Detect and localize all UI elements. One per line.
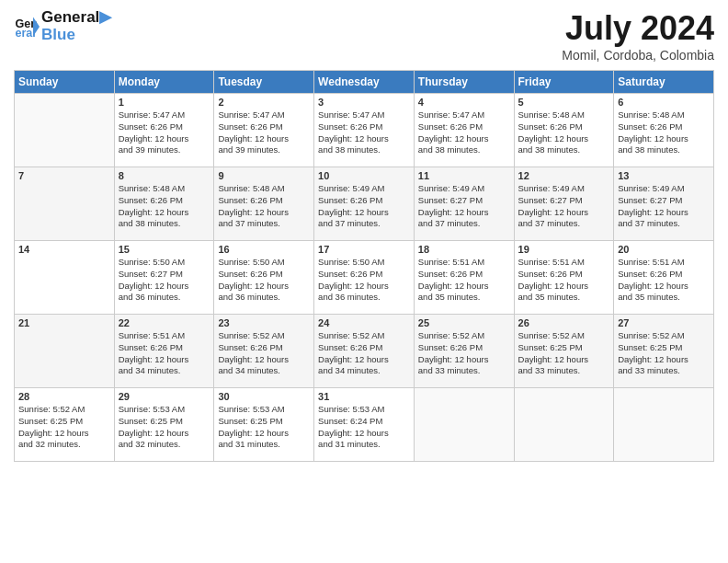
calendar-week-4: 2122Sunrise: 5:51 AM Sunset: 6:26 PM Day…: [15, 315, 714, 388]
day-number: 8: [119, 170, 210, 181]
calendar-cell: 22Sunrise: 5:51 AM Sunset: 6:26 PM Dayli…: [114, 315, 214, 388]
calendar-cell: 21: [15, 315, 115, 388]
day-info: Sunrise: 5:47 AM Sunset: 6:26 PM Dayligh…: [418, 109, 510, 156]
day-header-monday: Monday: [114, 71, 214, 94]
calendar-cell: 6Sunrise: 5:48 AM Sunset: 6:26 PM Daylig…: [614, 94, 714, 167]
day-number: 16: [218, 244, 310, 255]
day-number: 23: [218, 317, 310, 328]
calendar-week-3: 1415Sunrise: 5:50 AM Sunset: 6:27 PM Day…: [15, 241, 714, 315]
day-info: Sunrise: 5:50 AM Sunset: 6:27 PM Dayligh…: [119, 257, 210, 304]
day-info: Sunrise: 5:51 AM Sunset: 6:26 PM Dayligh…: [418, 257, 510, 304]
calendar-cell: 24Sunrise: 5:52 AM Sunset: 6:26 PM Dayli…: [314, 315, 415, 388]
day-number: 24: [318, 317, 410, 328]
calendar-week-2: 78Sunrise: 5:48 AM Sunset: 6:26 PM Dayli…: [15, 167, 714, 241]
logo-text: General▶ Blue: [41, 9, 111, 43]
day-header-sunday: Sunday: [15, 71, 115, 94]
calendar-cell: 30Sunrise: 5:53 AM Sunset: 6:25 PM Dayli…: [214, 388, 314, 462]
day-info: Sunrise: 5:52 AM Sunset: 6:25 PM Dayligh…: [18, 404, 110, 451]
page-container: Gen eral General▶ Blue July 2024 Momil, …: [0, 0, 728, 471]
calendar-cell: 3Sunrise: 5:47 AM Sunset: 6:26 PM Daylig…: [314, 94, 415, 167]
day-info: Sunrise: 5:50 AM Sunset: 6:26 PM Dayligh…: [318, 257, 410, 304]
calendar-cell: 25Sunrise: 5:52 AM Sunset: 6:26 PM Dayli…: [414, 315, 514, 388]
calendar-cell: 4Sunrise: 5:47 AM Sunset: 6:26 PM Daylig…: [414, 94, 514, 167]
calendar-cell: 1Sunrise: 5:47 AM Sunset: 6:26 PM Daylig…: [114, 94, 214, 167]
day-info: Sunrise: 5:51 AM Sunset: 6:26 PM Dayligh…: [119, 330, 210, 377]
month-title: July 2024: [562, 9, 714, 48]
day-info: Sunrise: 5:47 AM Sunset: 6:26 PM Dayligh…: [218, 109, 310, 156]
calendar-cell: 5Sunrise: 5:48 AM Sunset: 6:26 PM Daylig…: [514, 94, 614, 167]
day-number: 3: [318, 97, 410, 108]
day-info: Sunrise: 5:53 AM Sunset: 6:25 PM Dayligh…: [218, 404, 310, 451]
day-info: Sunrise: 5:52 AM Sunset: 6:25 PM Dayligh…: [618, 330, 710, 377]
day-number: 26: [518, 317, 610, 328]
day-number: 13: [618, 170, 710, 181]
calendar-cell: 31Sunrise: 5:53 AM Sunset: 6:24 PM Dayli…: [314, 388, 415, 462]
calendar-cell: 28Sunrise: 5:52 AM Sunset: 6:25 PM Dayli…: [15, 388, 115, 462]
day-number: 25: [418, 317, 510, 328]
calendar-cell: 18Sunrise: 5:51 AM Sunset: 6:26 PM Dayli…: [414, 241, 514, 315]
day-number: 15: [119, 244, 210, 255]
day-number: 10: [318, 170, 410, 181]
calendar-week-5: 28Sunrise: 5:52 AM Sunset: 6:25 PM Dayli…: [15, 388, 714, 462]
calendar-cell: 13Sunrise: 5:49 AM Sunset: 6:27 PM Dayli…: [614, 167, 714, 241]
day-number: 4: [418, 97, 510, 108]
calendar-cell: 7: [15, 167, 115, 241]
day-info: Sunrise: 5:48 AM Sunset: 6:26 PM Dayligh…: [119, 183, 210, 230]
day-info: Sunrise: 5:49 AM Sunset: 6:27 PM Dayligh…: [618, 183, 710, 230]
day-header-friday: Friday: [514, 71, 614, 94]
day-number: 20: [618, 244, 710, 255]
calendar-cell: 11Sunrise: 5:49 AM Sunset: 6:27 PM Dayli…: [414, 167, 514, 241]
day-number: 6: [618, 97, 710, 108]
calendar-cell: 14: [15, 241, 115, 315]
calendar-cell: 10Sunrise: 5:49 AM Sunset: 6:26 PM Dayli…: [314, 167, 415, 241]
calendar-cell: 16Sunrise: 5:50 AM Sunset: 6:26 PM Dayli…: [214, 241, 314, 315]
day-info: Sunrise: 5:47 AM Sunset: 6:26 PM Dayligh…: [318, 109, 410, 156]
calendar-cell: 20Sunrise: 5:51 AM Sunset: 6:26 PM Dayli…: [614, 241, 714, 315]
day-info: Sunrise: 5:48 AM Sunset: 6:26 PM Dayligh…: [518, 109, 610, 156]
day-number: 22: [119, 317, 210, 328]
calendar-cell: 26Sunrise: 5:52 AM Sunset: 6:25 PM Dayli…: [514, 315, 614, 388]
day-number: 17: [318, 244, 410, 255]
logo: Gen eral General▶ Blue: [14, 9, 111, 43]
calendar-body: 1Sunrise: 5:47 AM Sunset: 6:26 PM Daylig…: [15, 94, 714, 462]
day-number: 19: [518, 244, 610, 255]
day-info: Sunrise: 5:53 AM Sunset: 6:25 PM Dayligh…: [119, 404, 210, 451]
calendar-cell: [15, 94, 115, 167]
day-number: 14: [18, 244, 110, 255]
day-info: Sunrise: 5:49 AM Sunset: 6:27 PM Dayligh…: [418, 183, 510, 230]
day-info: Sunrise: 5:47 AM Sunset: 6:26 PM Dayligh…: [119, 109, 210, 156]
day-header-wednesday: Wednesday: [314, 71, 415, 94]
page-header: Gen eral General▶ Blue July 2024 Momil, …: [14, 9, 714, 63]
day-info: Sunrise: 5:49 AM Sunset: 6:27 PM Dayligh…: [518, 183, 610, 230]
location: Momil, Cordoba, Colombia: [562, 48, 714, 63]
day-number: 12: [518, 170, 610, 181]
calendar-cell: 23Sunrise: 5:52 AM Sunset: 6:26 PM Dayli…: [214, 315, 314, 388]
calendar-cell: 17Sunrise: 5:50 AM Sunset: 6:26 PM Dayli…: [314, 241, 415, 315]
calendar-cell: 9Sunrise: 5:48 AM Sunset: 6:26 PM Daylig…: [214, 167, 314, 241]
day-info: Sunrise: 5:50 AM Sunset: 6:26 PM Dayligh…: [218, 257, 310, 304]
day-info: Sunrise: 5:48 AM Sunset: 6:26 PM Dayligh…: [218, 183, 310, 230]
day-header-thursday: Thursday: [414, 71, 514, 94]
day-header-tuesday: Tuesday: [214, 71, 314, 94]
calendar-cell: 29Sunrise: 5:53 AM Sunset: 6:25 PM Dayli…: [114, 388, 214, 462]
day-number: 27: [618, 317, 710, 328]
day-info: Sunrise: 5:52 AM Sunset: 6:26 PM Dayligh…: [218, 330, 310, 377]
calendar-cell: 15Sunrise: 5:50 AM Sunset: 6:27 PM Dayli…: [114, 241, 214, 315]
day-info: Sunrise: 5:52 AM Sunset: 6:26 PM Dayligh…: [318, 330, 410, 377]
day-number: 30: [218, 391, 310, 402]
calendar-table: SundayMondayTuesdayWednesdayThursdayFrid…: [14, 70, 714, 462]
title-block: July 2024 Momil, Cordoba, Colombia: [562, 9, 714, 63]
day-info: Sunrise: 5:51 AM Sunset: 6:26 PM Dayligh…: [618, 257, 710, 304]
day-info: Sunrise: 5:53 AM Sunset: 6:24 PM Dayligh…: [318, 404, 410, 451]
calendar-cell: 27Sunrise: 5:52 AM Sunset: 6:25 PM Dayli…: [614, 315, 714, 388]
day-header-saturday: Saturday: [614, 71, 714, 94]
day-number: 2: [218, 97, 310, 108]
day-info: Sunrise: 5:51 AM Sunset: 6:26 PM Dayligh…: [518, 257, 610, 304]
calendar-cell: 8Sunrise: 5:48 AM Sunset: 6:26 PM Daylig…: [114, 167, 214, 241]
day-info: Sunrise: 5:49 AM Sunset: 6:26 PM Dayligh…: [318, 183, 410, 230]
day-number: 28: [18, 391, 110, 402]
calendar-cell: [514, 388, 614, 462]
logo-icon: Gen eral: [14, 14, 40, 40]
calendar-week-1: 1Sunrise: 5:47 AM Sunset: 6:26 PM Daylig…: [15, 94, 714, 167]
day-number: 1: [119, 97, 210, 108]
